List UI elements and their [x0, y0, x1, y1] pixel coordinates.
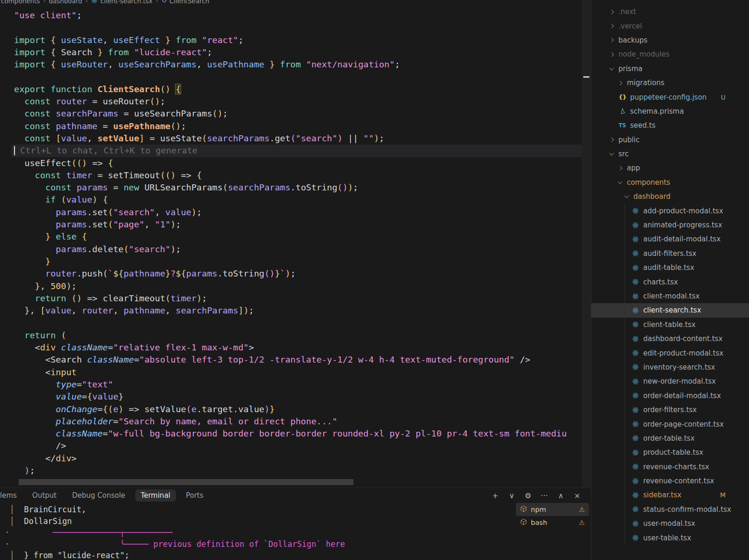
code-line[interactable]: ); — [0, 465, 582, 477]
code-line[interactable]: params.set("page", "1"); — [0, 218, 582, 231]
tree-item-revenue-charts.tsx[interactable]: revenue-charts.tsx — [591, 460, 749, 474]
code-line[interactable]: const params = new URLSearchParams(searc… — [0, 182, 582, 194]
code-line[interactable]: } else { — [0, 231, 582, 243]
code-line[interactable]: useEffect(() => { — [0, 157, 582, 169]
terminal-settings-icon[interactable]: ⚙ — [524, 491, 532, 500]
new-terminal-icon[interactable]: + — [491, 491, 499, 500]
breadcrumb-item[interactable]: client-search.tsx — [91, 0, 152, 5]
tree-item-puppeteer-config.json[interactable]: {}puppeteer-config.jsonU — [591, 90, 749, 104]
tab-debug-console[interactable]: Debug Console — [66, 489, 131, 502]
tab-ports[interactable]: Ports — [180, 489, 209, 502]
breadcrumb-item[interactable]: dashboard — [49, 0, 82, 5]
tree-item-audit-table.tsx[interactable]: audit-table.tsx — [591, 261, 749, 275]
code-line[interactable]: const pathname = usePathname(); — [0, 120, 582, 132]
tree-item-order-detail-modal.tsx[interactable]: order-detail-modal.tsx — [591, 389, 749, 403]
code-line[interactable]: className="w-full bg-background border b… — [0, 428, 582, 440]
tree-item-order-table.tsx[interactable]: order-table.tsx — [591, 431, 749, 445]
code-line[interactable]: router.push(`${pathname}?${params.toStri… — [0, 268, 582, 280]
code-line[interactable]: params.set("search", value); — [0, 206, 582, 218]
tree-item-audit-filters.tsx[interactable]: audit-filters.tsx — [591, 247, 749, 261]
tree-item-app[interactable]: app — [591, 161, 749, 175]
code-line[interactable]: const timer = setTimeout(() => { — [0, 169, 582, 182]
code-line[interactable]: /> — [0, 440, 582, 452]
tree-item-public[interactable]: public — [591, 133, 749, 147]
breadcrumb-item[interactable]: ClientSearch — [162, 0, 209, 5]
tree-item-migrations[interactable]: migrations — [591, 76, 749, 90]
tree-item-node-modules[interactable]: node_modules — [591, 47, 749, 61]
code-line[interactable]: const [value, setValue] = useState(searc… — [0, 132, 582, 145]
code-line[interactable]: params.delete("search"); — [0, 243, 582, 255]
panel-more-actions-icon[interactable]: ··· — [540, 491, 549, 500]
tab-output[interactable]: Output — [27, 489, 62, 502]
tree-item-client-search.tsx[interactable]: client-search.tsx — [591, 303, 749, 317]
terminal-profile-dropdown-icon[interactable]: ∨ — [507, 491, 516, 500]
code-line[interactable]: <div className="relative flex-1 max-w-md… — [0, 342, 582, 354]
terminal-output[interactable]: │ BrainCircuit, │ DollarSign · ─────────… — [0, 503, 516, 560]
terminal-item-bash[interactable]: bash⚠ — [516, 516, 589, 529]
code-line[interactable]: </div> — [0, 452, 582, 465]
tree-item-user-table.tsx[interactable]: user-table.tsx — [591, 531, 749, 545]
code-line[interactable] — [0, 71, 582, 83]
code-line[interactable]: } — [0, 255, 582, 268]
tree-item-src[interactable]: src — [591, 147, 749, 161]
code-line[interactable]: return () => clearTimeout(timer); — [0, 292, 582, 305]
code-line[interactable]: type="text" — [0, 378, 582, 391]
code-editor[interactable]: "use client";import { useState, useEffec… — [0, 9, 582, 487]
tree-item-dashboard-content.tsx[interactable]: dashboard-content.tsx — [591, 332, 749, 346]
code-line[interactable]: <Search className="absolute left-3 top-1… — [0, 354, 582, 366]
maximize-panel-icon[interactable]: ∧ — [557, 491, 565, 500]
editor-vertical-scrollbar[interactable] — [582, 0, 591, 487]
code-line[interactable]: const router = useRouter(); — [0, 95, 582, 108]
tree-item-backups[interactable]: backups — [591, 33, 749, 47]
tree-item-audit-detail-modal.tsx[interactable]: audit-detail-modal.tsx — [591, 232, 749, 246]
code-line[interactable]: }, [value, router, pathname, searchParam… — [0, 305, 582, 317]
tree-item-client-modal.tsx[interactable]: client-modal.tsx — [591, 289, 749, 303]
tree-item-animated-progress.tsx[interactable]: animated-progress.tsx — [591, 218, 749, 232]
tree-item-add-product-modal.tsx[interactable]: add-product-modal.tsx — [591, 204, 749, 218]
tree-item-status-confirm-modal.tsx[interactable]: status-confirm-modal.tsx — [591, 502, 749, 516]
tree-item-order-filters.tsx[interactable]: order-filters.tsx — [591, 403, 749, 417]
code-line[interactable]: import { Search } from "lucide-react"; — [0, 46, 582, 58]
code-line[interactable]: if (value) { — [0, 194, 582, 206]
tree-item-schema.prisma[interactable]: schema.prisma — [591, 104, 749, 118]
editor-pane[interactable]: components›dashboard›client-search.tsx›C… — [0, 0, 591, 560]
tree-item-edit-product-modal.tsx[interactable]: edit-product-modal.tsx — [591, 346, 749, 360]
tab-terminal[interactable]: Terminal — [135, 489, 176, 502]
code-line[interactable] — [0, 22, 582, 34]
breadcrumb-item[interactable]: components — [1, 0, 40, 5]
tree-item-charts.tsx[interactable]: charts.tsx — [591, 275, 749, 289]
tree-item-new-order-modal.tsx[interactable]: new-order-modal.tsx — [591, 374, 749, 388]
tree-item-inventory-search.tsx[interactable]: inventory-search.tsx — [591, 360, 749, 374]
editor-horizontal-scrollbar[interactable] — [19, 479, 353, 485]
tree-item-sidebar.tsx[interactable]: sidebar.tsxM — [591, 488, 749, 502]
tree-item-seed.ts[interactable]: TSseed.ts — [591, 118, 749, 132]
file-explorer[interactable]: .next.vercelbackupsnode_modulesprismamig… — [591, 0, 749, 560]
code-line[interactable]: <input — [0, 366, 582, 378]
tree-item-dashboard[interactable]: dashboard — [591, 189, 749, 204]
terminal-item-npm[interactable]: npm⚠ — [516, 503, 589, 516]
editor-ghost-hint-line[interactable]: Ctrl+L to chat, Ctrl+K to generate — [0, 145, 582, 157]
code-line[interactable]: return ( — [0, 329, 582, 342]
tree-item-product-table.tsx[interactable]: product-table.tsx — [591, 445, 749, 459]
code-line[interactable]: "use client"; — [0, 9, 582, 22]
tree-item-user-modal.tsx[interactable]: user-modal.tsx — [591, 516, 749, 531]
tree-item-order-page-content.tsx[interactable]: order-page-content.tsx — [591, 417, 749, 431]
code-line[interactable]: onChange={(e) => setValue(e.target.value… — [0, 403, 582, 415]
tree-item-revenue-content.tsx[interactable]: revenue-content.tsx — [591, 474, 749, 488]
tree-item-prisma[interactable]: prisma — [591, 62, 749, 76]
tree-item-.vercel[interactable]: .vercel — [591, 19, 749, 33]
tree-item-label: audit-table.tsx — [643, 263, 694, 272]
code-line[interactable]: placeholder="Search by name, email or di… — [0, 415, 582, 428]
tree-item-components[interactable]: components — [591, 175, 749, 189]
code-line[interactable]: import { useState, useEffect } from "rea… — [0, 34, 582, 46]
code-line[interactable]: export function ClientSearch() { — [0, 83, 582, 95]
code-line[interactable]: import { useRouter, useSearchParams, use… — [0, 58, 582, 71]
tree-item-client-table.tsx[interactable]: client-table.tsx — [591, 318, 749, 332]
code-line[interactable]: const searchParams = useSearchParams(); — [0, 108, 582, 120]
close-panel-icon[interactable]: × — [573, 491, 581, 500]
code-line[interactable] — [0, 317, 582, 329]
code-line[interactable]: }, 500); — [0, 280, 582, 292]
code-line[interactable]: value={value} — [0, 391, 582, 403]
tab-problems[interactable]: lems — [0, 489, 22, 502]
tree-item-.next[interactable]: .next — [591, 5, 749, 19]
